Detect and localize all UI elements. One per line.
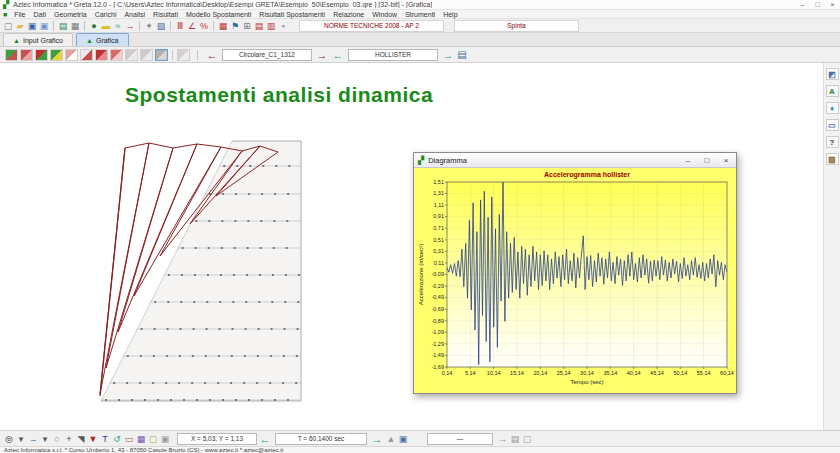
menu-window[interactable]: Window xyxy=(368,11,401,18)
chart-mini-icon[interactable]: ▲ xyxy=(385,433,397,445)
text-tool-icon[interactable]: T xyxy=(99,433,111,445)
menu-geometria[interactable]: Geometria xyxy=(50,11,91,18)
svg-text:-0,09: -0,09 xyxy=(431,271,444,277)
extra-field[interactable]: — xyxy=(427,433,493,445)
next-surface-button[interactable]: → xyxy=(314,49,330,61)
copy-tool-icon[interactable]: ▣ xyxy=(159,433,171,445)
view-wedge-rose-icon[interactable] xyxy=(110,49,123,61)
run-analysis-icon[interactable]: → xyxy=(124,20,136,32)
hatch-tool-icon[interactable]: ▨ xyxy=(826,153,839,165)
menu-strumenti[interactable]: Strumenti xyxy=(401,11,439,18)
menu-relazione[interactable]: Relazione xyxy=(329,11,368,18)
circle-select-icon[interactable]: ○ xyxy=(51,433,63,445)
snap-tool-icon[interactable]: + xyxy=(63,433,75,445)
menu-modello-spostamenti[interactable]: Modello Spostamenti xyxy=(182,11,255,18)
menu-help[interactable]: Help xyxy=(439,11,461,18)
dialog-close-button[interactable]: × xyxy=(720,156,732,165)
zoom-window-icon[interactable]: ◩ xyxy=(826,68,839,80)
zoom-caret-icon[interactable]: ▾ xyxy=(15,433,27,445)
print-icon[interactable]: ▤ xyxy=(57,20,69,32)
node-tool-icon[interactable]: ● xyxy=(88,20,100,32)
grid-tool-icon[interactable]: ▦ xyxy=(135,433,147,445)
help-tool-icon[interactable]: ? xyxy=(826,136,839,148)
view-pressures-icon[interactable] xyxy=(20,49,33,61)
report-form-icon[interactable]: ▤ xyxy=(456,49,468,61)
forward-arrow-icon[interactable]: → xyxy=(497,433,509,445)
time-next-button[interactable]: → xyxy=(369,433,385,445)
svg-text:-0,69: -0,69 xyxy=(431,306,444,312)
print-preview-icon[interactable]: ▤ xyxy=(509,433,521,445)
view-wedge-green-yellow-icon[interactable] xyxy=(50,49,63,61)
pan-tool-icon[interactable]: → xyxy=(27,433,39,445)
dialog-maximize-button[interactable]: □ xyxy=(701,156,713,165)
selection-grid-icon[interactable]: ▧ xyxy=(155,20,167,32)
view-wedge-red-icon[interactable] xyxy=(95,49,108,61)
chart-flag-icon[interactable]: ⚑ xyxy=(229,20,241,32)
ruler-tool-icon[interactable]: ▭ xyxy=(123,433,135,445)
toolbar-separator xyxy=(213,21,214,31)
svg-text:50,14: 50,14 xyxy=(673,370,687,376)
legend-panel-icon[interactable]: ▭ xyxy=(826,119,839,131)
data-table-icon[interactable]: ▦ xyxy=(69,20,81,32)
view-geometry-icon[interactable] xyxy=(5,49,18,61)
minimize-button[interactable]: – xyxy=(798,1,807,8)
annotation-icon[interactable]: A xyxy=(826,85,839,97)
menu-risultati[interactable]: Risultati xyxy=(149,11,182,18)
layers-icon[interactable]: ▬ xyxy=(100,20,112,32)
time-display[interactable]: T = 60,1400 sec xyxy=(275,433,367,445)
next-record-button[interactable]: → xyxy=(440,49,456,61)
dialog-minimize-button[interactable]: – xyxy=(682,156,694,165)
pan-caret-icon[interactable]: ▾ xyxy=(39,433,51,445)
report-page-icon[interactable]: ▢ xyxy=(521,433,533,445)
tab-grafica[interactable]: ▲Grafica xyxy=(76,33,129,46)
new-document-icon[interactable]: ▢ xyxy=(2,20,14,32)
marker-tool-icon[interactable]: ▼ xyxy=(87,433,99,445)
view-toolbar: ← Circolare_C1_1312 → ← HOLLISTER → ▤ xyxy=(0,47,840,63)
view-displacements-icon[interactable] xyxy=(155,49,168,61)
menu-dati[interactable]: Dati xyxy=(30,11,50,18)
time-prev-button[interactable]: ← xyxy=(257,433,273,445)
rotate-tool-icon[interactable]: ↺ xyxy=(111,433,123,445)
toolbar-separator xyxy=(172,50,173,60)
view-wedge-gray-2-icon[interactable] xyxy=(140,49,153,61)
pointer-tool-icon[interactable]: ◥ xyxy=(75,433,87,445)
save-copy-icon[interactable]: ▣ xyxy=(38,20,50,32)
menu-file[interactable]: File xyxy=(10,11,29,18)
wall-section-icon[interactable]: ▤ xyxy=(253,20,265,32)
view-wedge-gray-1-icon[interactable] xyxy=(125,49,138,61)
rebar-grid-icon[interactable]: ▦ xyxy=(217,20,229,32)
record-name-field[interactable]: HOLLISTER xyxy=(348,49,438,61)
prev-surface-button[interactable]: ← xyxy=(204,49,220,61)
curve-tool-icon[interactable]: ≈ xyxy=(112,20,124,32)
zoom-tool-icon[interactable]: ◎ xyxy=(3,433,15,445)
svg-text:Accelerogramma hollister: Accelerogramma hollister xyxy=(544,171,630,179)
view-wedge-pink-icon[interactable] xyxy=(65,49,78,61)
menu-analisi[interactable]: Analisi xyxy=(120,11,149,18)
hammer-tool-icon[interactable]: ✦ xyxy=(143,20,155,32)
small-box-icon[interactable]: ▪ xyxy=(277,20,289,32)
view-wedge-disabled-icon[interactable] xyxy=(177,49,190,61)
monitor-icon[interactable]: ▣ xyxy=(397,433,409,445)
close-button[interactable]: × xyxy=(828,1,837,8)
open-folder-icon[interactable]: ▰ xyxy=(14,20,26,32)
norme-tecniche-button[interactable]: NORME TECNICHE 2008 - AP 2 xyxy=(299,20,444,32)
anchor-tool-icon[interactable]: ♦ xyxy=(826,102,839,114)
view-wedge-outline-icon[interactable] xyxy=(80,49,93,61)
spinta-button[interactable]: Spinta xyxy=(454,20,579,32)
save-icon[interactable]: ▣ xyxy=(26,20,38,32)
menu-risultati-spostamenti[interactable]: Risultati Spostamenti xyxy=(255,11,329,18)
menu-carichi[interactable]: Carichi xyxy=(91,11,121,18)
view-wedge-red-green-icon[interactable] xyxy=(35,49,48,61)
percent-tool-icon[interactable]: % xyxy=(198,20,210,32)
angle-tool-icon[interactable]: ∠ xyxy=(186,20,198,32)
mesh-icon[interactable]: ⊞ xyxy=(241,20,253,32)
tab-input-grafico[interactable]: ▲Input Grafico xyxy=(3,33,73,46)
surface-name-field[interactable]: Circolare_C1_1312 xyxy=(222,49,312,61)
svg-text:-1,49: -1,49 xyxy=(431,352,444,358)
prev-record-button[interactable]: ← xyxy=(330,49,346,61)
page-tool-icon[interactable]: ▢ xyxy=(147,433,159,445)
wall-section-2-icon[interactable]: ▥ xyxy=(265,20,277,32)
maximize-button[interactable]: □ xyxy=(813,1,822,8)
dialog-title-bar[interactable]: ▞ Diagramma – □ × xyxy=(414,153,736,168)
reinforcement-icon[interactable]: Ⅲ xyxy=(174,20,186,32)
